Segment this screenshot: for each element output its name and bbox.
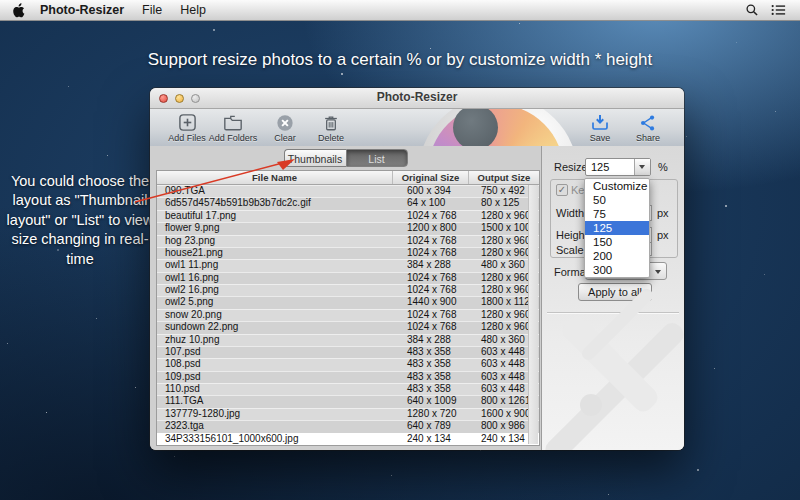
scale-label: Scale	[556, 244, 584, 256]
resize-option-75[interactable]: 75	[585, 207, 649, 221]
chevron-down-icon	[655, 270, 661, 274]
table-row[interactable]: 111.TGA640 x 1009800 x 1261	[157, 395, 539, 407]
minimize-button[interactable]	[175, 94, 184, 103]
table-row[interactable]: snow 20.png1024 x 7681280 x 960	[157, 309, 539, 321]
resize-value: 125	[591, 160, 609, 175]
menu-photo-resizer[interactable]: Photo-Resizer	[31, 0, 133, 20]
trash-icon	[302, 112, 360, 133]
table-row[interactable]: zhuz 10.png384 x 288480 x 360	[157, 334, 539, 346]
file-name-cell: 109.psd	[157, 371, 393, 383]
notification-center-icon[interactable]	[771, 3, 786, 17]
keep-checkbox[interactable]: ✓	[556, 184, 568, 196]
menu-help[interactable]: Help	[171, 0, 215, 20]
resize-option-300[interactable]: 300	[585, 263, 649, 277]
menubar-items: Photo-ResizerFileHelp	[31, 0, 215, 20]
original-size-cell: 600 x 394	[393, 185, 469, 197]
table-row[interactable]: sundown 22.png1024 x 7681280 x 960	[157, 321, 539, 333]
original-size-cell: 483 x 358	[393, 358, 469, 370]
table-row[interactable]: owl1 11.png384 x 288480 x 360	[157, 259, 539, 271]
percent-label: %	[658, 161, 668, 173]
share-button[interactable]: Share	[619, 112, 677, 143]
resize-option-125[interactable]: 125	[585, 221, 649, 235]
original-size-cell: 640 x 1009	[393, 395, 469, 407]
original-size-cell: 384 x 288	[393, 334, 469, 346]
resize-option-200[interactable]: 200	[585, 249, 649, 263]
watermark-graphic	[580, 394, 602, 416]
menu-file[interactable]: File	[133, 0, 171, 20]
original-size-cell: 1024 x 768	[393, 247, 469, 259]
table-row[interactable]: 108.psd483 x 358603 x 448	[157, 358, 539, 370]
file-name-cell: 34P333156101_1000x600.jpg	[157, 433, 393, 445]
search-icon[interactable]	[745, 3, 759, 17]
width-px-label: px	[657, 207, 669, 219]
file-name-cell: 110.psd	[157, 383, 393, 395]
photo-resizer-window: Photo-Resizer Add Files Add Folders	[150, 88, 684, 450]
resize-option-customize[interactable]: Customize	[585, 179, 649, 193]
table-row[interactable]: 110.psd483 x 358603 x 448	[157, 383, 539, 395]
original-size-cell: 1024 x 768	[393, 235, 469, 247]
file-name-cell: beautiful 17.png	[157, 210, 393, 222]
file-name-cell: snow 20.png	[157, 309, 393, 321]
original-size-cell: 640 x 789	[393, 420, 469, 432]
resize-label: Resize	[554, 161, 588, 173]
close-button[interactable]	[159, 94, 168, 103]
desktop: Photo-ResizerFileHelp Support resize pho…	[0, 0, 800, 500]
table-row[interactable]: 34P333156101_1000x600.jpg240 x 134240 x …	[157, 433, 539, 445]
height-px-label: px	[657, 229, 669, 241]
tab-list[interactable]: List	[346, 149, 408, 167]
file-name-cell: 108.psd	[157, 358, 393, 370]
original-size-cell: 483 x 358	[393, 371, 469, 383]
table-scrollbar[interactable]	[528, 185, 538, 444]
resize-dropdown-menu: Customize5075125150200300	[584, 178, 650, 278]
titlebar[interactable]: Photo-Resizer	[150, 88, 684, 109]
annotation-arrow	[125, 150, 310, 210]
table-row[interactable]: flower 9.png1200 x 8001500 x 1000	[157, 222, 539, 234]
column-header[interactable]: Output Size	[469, 171, 539, 184]
original-size-cell: 1440 x 900	[393, 296, 469, 308]
original-size-cell: 64 x 100	[393, 197, 469, 209]
original-size-cell: 1024 x 768	[393, 272, 469, 284]
window-title: Photo-Resizer	[150, 88, 684, 107]
apple-menu-icon[interactable]	[12, 3, 25, 18]
table-row[interactable]: owl1 16.png1024 x 7681280 x 960	[157, 272, 539, 284]
file-name-cell: house21.png	[157, 247, 393, 259]
column-header[interactable]: Original Size	[393, 171, 469, 184]
table-row[interactable]: 137779-1280.jpg1280 x 7201600 x 900	[157, 408, 539, 420]
original-size-cell: 1024 x 768	[393, 309, 469, 321]
table-row[interactable]: beautiful 17.png1024 x 7681280 x 960	[157, 210, 539, 222]
original-size-cell: 1200 x 800	[393, 222, 469, 234]
original-size-cell: 240 x 134	[393, 433, 469, 445]
toolbar: Add Files Add Folders Clear Delete	[150, 109, 684, 147]
resize-dropdown-button[interactable]	[634, 159, 650, 175]
delete-button[interactable]: Delete	[302, 112, 360, 143]
table-row[interactable]: 2323.tga640 x 789800 x 986	[157, 420, 539, 432]
original-size-cell: 483 x 358	[393, 383, 469, 395]
resize-option-50[interactable]: 50	[585, 193, 649, 207]
table-row[interactable]: 107.psd483 x 358603 x 448	[157, 346, 539, 358]
table-row[interactable]: owl2 16.png1024 x 7681280 x 960	[157, 284, 539, 296]
original-size-cell: 1024 x 768	[393, 321, 469, 333]
file-name-cell: 2323.tga	[157, 420, 393, 432]
resize-combobox[interactable]: 125	[585, 158, 651, 176]
file-name-cell: owl2 16.png	[157, 284, 393, 296]
file-name-cell: zhuz 10.png	[157, 334, 393, 346]
table-row[interactable]: 109.psd483 x 358603 x 448	[157, 371, 539, 383]
zoom-button	[191, 94, 200, 103]
file-name-cell: flower 9.png	[157, 222, 393, 234]
file-table: File NameOriginal SizeOutput Size 090.TG…	[156, 170, 540, 446]
table-row[interactable]: hog 23.png1024 x 7681280 x 960	[157, 235, 539, 247]
headline-text: Support resize photos to a certain % or …	[0, 50, 800, 70]
table-row[interactable]: house21.png1024 x 7681280 x 960	[157, 247, 539, 259]
file-name-cell: hog 23.png	[157, 235, 393, 247]
lens-graphic-center	[453, 109, 498, 147]
width-label: Width	[556, 207, 584, 219]
resize-option-150[interactable]: 150	[585, 235, 649, 249]
share-icon	[619, 112, 677, 133]
menubar-status-icons	[745, 0, 786, 20]
file-name-cell: owl1 16.png	[157, 272, 393, 284]
file-name-cell: sundown 22.png	[157, 321, 393, 333]
add-folders-button[interactable]: Add Folders	[204, 112, 262, 143]
table-row[interactable]: owl2 5.png1440 x 9001800 x 1125	[157, 296, 539, 308]
original-size-cell: 1024 x 768	[393, 210, 469, 222]
panel-divider	[547, 312, 679, 313]
